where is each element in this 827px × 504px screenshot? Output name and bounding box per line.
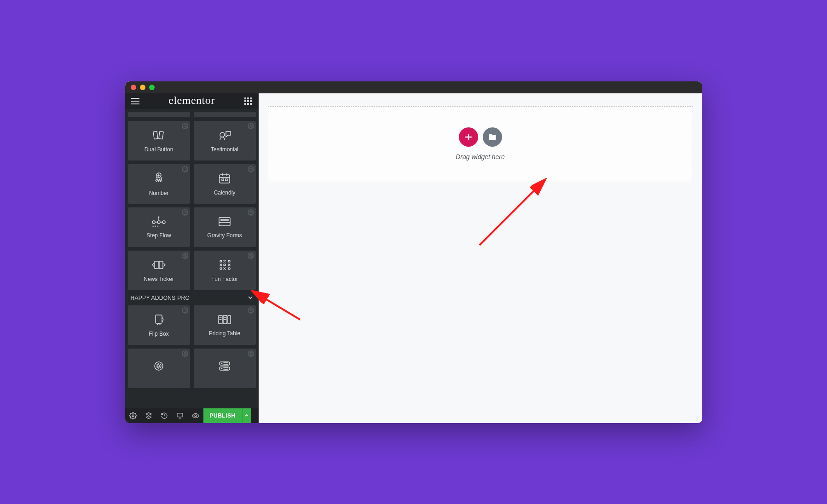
widget-label: Pricing Table: [209, 330, 240, 337]
svg-point-28: [183, 211, 187, 214]
settings-icon[interactable]: [125, 408, 141, 423]
publish-options-button[interactable]: [242, 408, 251, 423]
news-ticker-icon: [151, 258, 167, 273]
widgets-grid-b-wrap: HAPPY ADDONS PRO: [128, 290, 256, 305]
publish-button[interactable]: PUBLISH: [203, 408, 242, 423]
annotation-arrow-canvas: [470, 172, 553, 254]
svg-point-31: [152, 221, 155, 223]
pricing-table-icon: [217, 314, 232, 327]
svg-rect-27: [226, 179, 227, 181]
widget-calendly[interactable]: Calendly: [194, 164, 256, 204]
svg-point-14: [249, 124, 253, 128]
svg-rect-72: [220, 362, 230, 365]
svg-point-47: [250, 255, 250, 255]
svg-point-20: [185, 168, 185, 169]
menu-icon[interactable]: [130, 96, 141, 107]
widget-pricing-table[interactable]: Pricing Table: [194, 305, 256, 345]
svg-point-37: [250, 212, 250, 212]
svg-point-10: [184, 125, 185, 126]
widget-number[interactable]: Number: [128, 164, 190, 204]
calendly-icon: [218, 172, 231, 187]
svg-point-51: [224, 264, 226, 266]
svg-rect-0: [244, 97, 246, 99]
widget-generic-a[interactable]: H: [128, 349, 190, 388]
generic-a-icon: H: [152, 360, 166, 374]
widgets-grid-icon[interactable]: [243, 96, 254, 107]
svg-point-19: [184, 168, 185, 169]
svg-point-24: [251, 168, 251, 169]
widget-generic-b[interactable]: [194, 349, 256, 388]
widget-label: Dual Button: [145, 146, 173, 153]
svg-point-71: [251, 353, 251, 353]
svg-rect-57: [156, 315, 162, 323]
happy-badge-icon: [182, 307, 188, 314]
happy-badge-icon: [182, 209, 188, 216]
navigator-icon[interactable]: [141, 408, 156, 423]
add-template-button[interactable]: [483, 127, 502, 147]
svg-point-64: [183, 352, 187, 355]
svg-point-36: [249, 211, 253, 214]
widget-label: Step Flow: [146, 232, 171, 239]
svg-point-22: [249, 167, 253, 171]
svg-point-54: [183, 309, 187, 312]
widget-testimonial[interactable]: Testimonial: [194, 121, 256, 160]
responsive-icon[interactable]: [172, 408, 188, 423]
svg-point-9: [183, 124, 187, 128]
svg-point-46: [249, 254, 253, 258]
svg-point-66: [185, 353, 185, 353]
dropzone-hint: Drag widget here: [456, 153, 505, 160]
svg-rect-5: [250, 100, 252, 102]
testimonial-icon: [217, 129, 232, 143]
fun-factor-icon: [217, 258, 232, 273]
happy-badge-icon: [248, 123, 254, 129]
happy-badge-icon: [248, 307, 254, 314]
svg-point-52: [220, 268, 222, 269]
svg-text:H: H: [157, 364, 160, 368]
happy-badge-icon: [182, 350, 188, 357]
window-close-dot[interactable]: [131, 85, 136, 90]
svg-point-18: [183, 167, 187, 171]
widget-fun-factor[interactable]: Fun Factor: [194, 251, 256, 290]
svg-point-33: [162, 221, 165, 223]
preview-icon[interactable]: [188, 408, 203, 423]
svg-point-78: [195, 415, 197, 417]
widget-news-ticker[interactable]: News Ticker: [128, 251, 190, 290]
svg-point-74: [221, 363, 222, 364]
window-minimize-dot[interactable]: [140, 85, 145, 90]
elementor-logo: elementor: [168, 94, 214, 107]
section-happy-addons-pro[interactable]: HAPPY ADDONS PRO: [128, 290, 256, 305]
happy-badge-icon: [248, 166, 254, 172]
svg-point-43: [185, 255, 185, 255]
svg-point-34: [158, 216, 160, 218]
dual-button-icon: [151, 129, 167, 143]
widget-gravity-forms[interactable]: Gravity Forms: [194, 207, 256, 247]
svg-point-41: [183, 254, 187, 258]
svg-rect-45: [159, 261, 163, 269]
svg-text:1  2  3: 1 2 3: [152, 224, 159, 227]
svg-point-50: [228, 260, 230, 262]
svg-rect-8: [250, 103, 252, 105]
widget-dual-button[interactable]: Dual Button: [128, 121, 190, 160]
widget-step-flow[interactable]: 1 2 3Step Flow: [128, 207, 190, 247]
svg-point-55: [184, 309, 185, 310]
history-icon[interactable]: [156, 408, 172, 423]
happy-badge-icon: [182, 123, 188, 129]
svg-point-38: [251, 212, 251, 212]
svg-line-79: [480, 181, 544, 245]
gravity-forms-icon: [217, 216, 232, 229]
dropzone-buttons: [459, 127, 502, 147]
svg-rect-40: [221, 219, 228, 221]
widget-label: Calendly: [214, 189, 236, 196]
widgets-grid-a: Dual ButtonTestimonialNumberCalendly1 2 …: [128, 112, 256, 290]
section-dropzone[interactable]: Drag widget here: [268, 106, 693, 182]
generic-b-icon: [217, 360, 232, 374]
sidebar-footer: PUBLISH: [125, 408, 259, 423]
svg-point-17: [220, 132, 225, 137]
svg-point-70: [250, 353, 250, 353]
svg-rect-63: [228, 315, 231, 324]
window-zoom-dot[interactable]: [149, 85, 155, 90]
widget-label: Gravity Forms: [207, 232, 242, 239]
add-section-button[interactable]: [459, 127, 478, 147]
widget-flip-box[interactable]: Flip Box: [128, 305, 190, 345]
sidebar-header: elementor: [125, 93, 259, 109]
